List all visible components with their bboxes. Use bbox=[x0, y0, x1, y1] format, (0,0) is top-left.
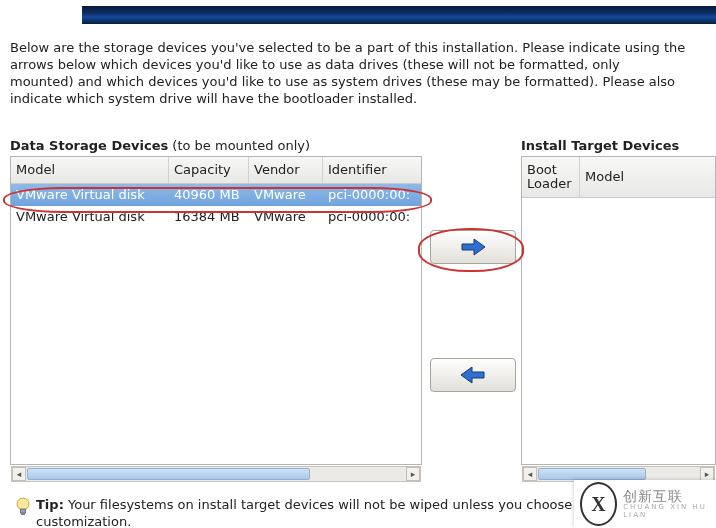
svg-rect-3 bbox=[21, 509, 26, 513]
data-storage-title: Data Storage Devices (to be mounted only… bbox=[10, 138, 310, 153]
cell-vendor: VMware bbox=[249, 184, 323, 206]
table-row[interactable]: VMware Virtual disk 40960 MB VMware pci-… bbox=[11, 184, 421, 206]
col-capacity[interactable]: Capacity bbox=[169, 157, 249, 183]
data-storage-title-label: Data Storage Devices bbox=[10, 138, 168, 153]
col-vendor[interactable]: Vendor bbox=[249, 157, 323, 183]
col-target-model[interactable]: Model bbox=[580, 157, 715, 197]
header-gradient-bar bbox=[82, 6, 716, 24]
svg-marker-0 bbox=[462, 239, 485, 255]
scroll-track[interactable] bbox=[537, 467, 700, 481]
scroll-left-icon[interactable]: ◂ bbox=[523, 467, 537, 481]
tip-label: Tip: bbox=[36, 497, 64, 512]
cell-model: VMware Virtual disk bbox=[11, 206, 169, 228]
move-left-button[interactable] bbox=[430, 358, 516, 392]
install-target-table[interactable]: Boot Loader Model ◂ ▸ bbox=[521, 156, 716, 465]
cell-capacity: 16384 MB bbox=[169, 206, 249, 228]
install-target-title: Install Target Devices bbox=[521, 138, 679, 153]
scroll-left-icon[interactable]: ◂ bbox=[12, 467, 26, 481]
cell-capacity: 40960 MB bbox=[169, 184, 249, 206]
arrow-left-icon bbox=[460, 366, 486, 384]
scroll-right-icon[interactable]: ▸ bbox=[406, 467, 420, 481]
scroll-track[interactable] bbox=[26, 467, 406, 481]
cell-identifier: pci-0000:00: bbox=[323, 206, 421, 228]
svg-marker-1 bbox=[461, 367, 484, 383]
site-watermark: X 创新互联 CHUANG XIN HU LIAN bbox=[574, 480, 716, 528]
cell-identifier: pci-0000:00: bbox=[323, 184, 421, 206]
left-hscrollbar[interactable]: ◂ ▸ bbox=[11, 466, 421, 482]
scroll-thumb[interactable] bbox=[27, 468, 310, 480]
col-boot-loader[interactable]: Boot Loader bbox=[522, 157, 580, 197]
watermark-text-top: 创新互联 bbox=[623, 489, 716, 504]
cell-vendor: VMware bbox=[249, 206, 323, 228]
arrow-right-icon bbox=[460, 238, 486, 256]
lightbulb-icon bbox=[16, 497, 30, 517]
table-row[interactable]: VMware Virtual disk 16384 MB VMware pci-… bbox=[11, 206, 421, 228]
svg-point-2 bbox=[17, 498, 29, 510]
svg-rect-4 bbox=[21, 513, 25, 515]
data-storage-title-sub: (to be mounted only) bbox=[168, 138, 310, 153]
install-target-header-row: Boot Loader Model bbox=[522, 157, 715, 198]
col-model[interactable]: Model bbox=[11, 157, 169, 183]
move-right-button[interactable] bbox=[430, 230, 516, 264]
cell-model: VMware Virtual disk bbox=[11, 184, 169, 206]
watermark-text-bottom: CHUANG XIN HU LIAN bbox=[623, 504, 716, 519]
data-storage-header-row: Model Capacity Vendor Identifier bbox=[11, 157, 421, 184]
instruction-text: Below are the storage devices you've sel… bbox=[10, 40, 686, 108]
data-storage-table[interactable]: Model Capacity Vendor Identifier VMware … bbox=[10, 156, 422, 465]
scroll-thumb[interactable] bbox=[538, 468, 646, 480]
scroll-right-icon[interactable]: ▸ bbox=[700, 467, 714, 481]
col-identifier[interactable]: Identifier bbox=[323, 157, 421, 183]
watermark-logo-icon: X bbox=[580, 482, 617, 526]
